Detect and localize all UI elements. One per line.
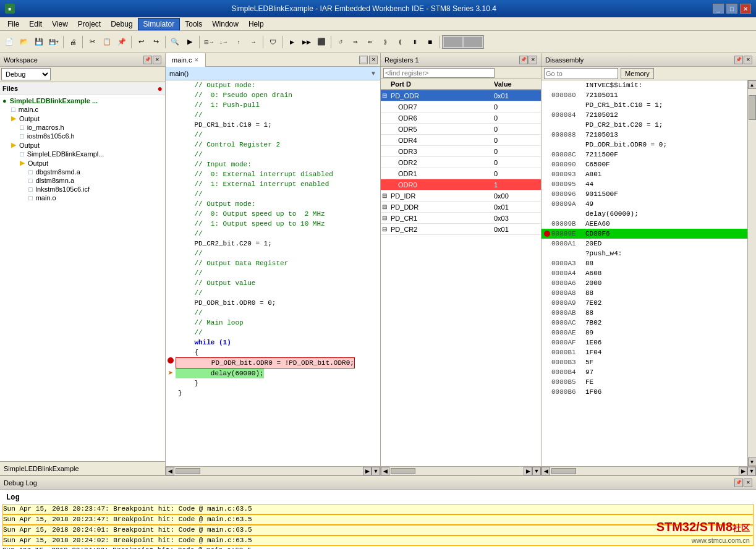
open-button[interactable]: 📂 — [17, 35, 31, 49]
undo-button[interactable]: ↩ — [134, 35, 148, 49]
disasm-scroll-thumb-h[interactable] — [551, 468, 576, 474]
code-content[interactable]: // Output mode: // 0: Pseudo open drain … — [166, 80, 380, 466]
run2-button[interactable]: ▶▶ — [300, 35, 313, 49]
reg-scroll-right[interactable]: ▶ — [524, 467, 532, 475]
workspace-close-button[interactable]: ✕ — [153, 56, 161, 64]
debug-btn6[interactable]: ⏸ — [408, 35, 422, 49]
debug-btn3[interactable]: ⇐ — [363, 35, 377, 49]
step-over-button[interactable]: ⊟→ — [202, 35, 216, 49]
disasm-content[interactable]: INTVEC$$Limit:00808072105011 PD_CR1_bit.… — [542, 80, 747, 466]
disasm-bp-15[interactable] — [543, 231, 551, 237]
debug-btn4[interactable]: ⟫ — [378, 35, 392, 49]
reg-close-button[interactable]: ✕ — [529, 56, 537, 64]
stop-button[interactable]: ⬛ — [315, 35, 328, 49]
disasm-pin-button[interactable]: 📌 — [734, 56, 743, 64]
step-next-button[interactable]: → — [247, 35, 260, 49]
disasm-scroll-down[interactable]: ▼ — [748, 457, 757, 466]
disasm-close-button[interactable]: ✕ — [744, 56, 752, 64]
close-button[interactable]: ✕ — [740, 4, 751, 14]
reg-row-10[interactable]: ⊟PD_DDR0x01 — [381, 202, 541, 213]
tree-item-10[interactable]: □lnkstm8s105c6.icf — [1, 185, 164, 194]
code-nav-arrows[interactable]: ▼ — [370, 70, 376, 77]
debug-btn2[interactable]: ⇒ — [349, 35, 362, 49]
tree-item-9[interactable]: □dlstm8smn.a — [1, 176, 164, 185]
tree-item-2[interactable]: ▶Output — [1, 114, 164, 123]
reg-row-9[interactable]: ⊟PD_IDR0x00 — [381, 190, 541, 202]
line-bp-30[interactable] — [166, 357, 176, 364]
tree-item-3[interactable]: □io_macros.h — [1, 123, 164, 132]
disasm-scroll-left[interactable]: ◀ — [542, 467, 550, 475]
menu-edit[interactable]: Edit — [24, 19, 47, 30]
menu-debug[interactable]: Debug — [106, 19, 137, 30]
tree-item-8[interactable]: □dbgstm8smd.a — [1, 168, 164, 176]
new-button[interactable]: 📄 — [2, 35, 16, 49]
reg-scroll-thumb[interactable] — [391, 468, 415, 474]
disasm-goto-input[interactable] — [544, 68, 618, 79]
line-bp-31[interactable]: ➤ — [166, 368, 176, 378]
debug-btn7[interactable]: ⏹ — [423, 35, 436, 49]
reg-scroll-down[interactable]: ▼ — [532, 467, 541, 475]
reg-row-8[interactable]: ODR01 — [381, 179, 541, 190]
tree-item-6[interactable]: □SimpleLEDBlinkExampl... — [1, 150, 164, 158]
reg-scroll-left[interactable]: ◀ — [381, 467, 389, 475]
tree-item-1[interactable]: □main.c — [1, 105, 164, 114]
step-out-button[interactable]: ↑ — [232, 35, 245, 49]
redo-button[interactable]: ↪ — [149, 35, 163, 49]
menu-view[interactable]: View — [47, 19, 73, 30]
menu-file[interactable]: File — [2, 19, 24, 30]
disasm-scroll-thumb[interactable] — [749, 95, 756, 120]
menu-window[interactable]: Window — [207, 19, 244, 30]
reg-scrollbar-h[interactable]: ◀ ▶ ▼ — [381, 466, 541, 475]
reg-row-6[interactable]: ODR20 — [381, 157, 541, 168]
reg-row-5[interactable]: ODR30 — [381, 146, 541, 157]
menu-help[interactable]: Help — [244, 19, 269, 30]
workspace-pin-button[interactable]: 📌 — [143, 56, 152, 64]
reg-row-12[interactable]: ⊟PD_CR20x01 — [381, 224, 541, 235]
debug-log-content[interactable]: Log Sun Apr 15, 2018 20:23:47: Breakpoin… — [0, 490, 756, 549]
menu-tools[interactable]: Tools — [180, 19, 207, 30]
tree-item-11[interactable]: □main.o — [1, 194, 164, 202]
disasm-vscroll[interactable]: ▲ ▼ — [747, 80, 756, 466]
cut-button[interactable]: ✂ — [85, 35, 99, 49]
menu-project[interactable]: Project — [73, 19, 106, 30]
scroll-down-btn[interactable]: ▼ — [372, 467, 380, 475]
disasm-scroll-up[interactable]: ▲ — [748, 80, 757, 89]
reg-row-1[interactable]: ODR70 — [381, 101, 541, 113]
tree-item-5[interactable]: ▶Output — [1, 140, 164, 150]
copy-button[interactable]: 📋 — [100, 35, 114, 49]
scroll-left-btn[interactable]: ◀ — [166, 467, 174, 475]
shield-button[interactable]: 🛡 — [266, 35, 279, 49]
debug-btn1[interactable]: ↺ — [334, 35, 347, 49]
code-scrollbar-h[interactable]: ◀ ▶ ▼ — [166, 466, 380, 475]
reg-find-input[interactable] — [383, 68, 495, 78]
minimize-button[interactable]: _ — [713, 4, 724, 14]
code-panel-close[interactable]: ✕ — [369, 56, 378, 64]
scroll-right-btn[interactable]: ▶ — [363, 467, 372, 475]
reg-row-11[interactable]: ⊟PD_CR10x03 — [381, 213, 541, 224]
reg-row-2[interactable]: ODR60 — [381, 113, 541, 124]
tree-item-7[interactable]: ▶Output — [1, 158, 164, 168]
tab-close-button[interactable]: ✕ — [194, 57, 199, 63]
menu-simulator[interactable]: Simulator — [138, 18, 181, 30]
debug-btn5[interactable]: ⟪ — [393, 35, 407, 49]
reg-pin-button[interactable]: 📌 — [519, 56, 528, 64]
reg-row-4[interactable]: ODR40 — [381, 135, 541, 146]
code-panel-float[interactable]: ⬜ — [359, 56, 368, 64]
log-close-button[interactable]: ✕ — [744, 479, 752, 487]
scroll-thumb-h[interactable] — [176, 468, 200, 474]
disasm-scrollbar-h[interactable]: ◀ ▶ ▼ — [542, 466, 756, 475]
tree-item-4[interactable]: □iostm8s105c6.h — [1, 132, 164, 140]
maximize-button[interactable]: □ — [726, 4, 737, 14]
disasm-memory-button[interactable]: Memory — [621, 68, 654, 79]
disasm-scroll-dn[interactable]: ▼ — [747, 467, 756, 475]
main-c-tab[interactable]: main.c ✕ — [166, 53, 206, 67]
disasm-scroll-right[interactable]: ▶ — [739, 467, 747, 475]
config-dropdown[interactable]: Debug — [1, 68, 51, 80]
search-button[interactable]: 🔍 — [168, 35, 182, 49]
run-button[interactable]: ▶ — [285, 35, 299, 49]
save-all-button[interactable]: 💾+ — [47, 35, 61, 49]
paste-button[interactable]: 📌 — [115, 35, 129, 49]
next-button[interactable]: ▶ — [183, 35, 197, 49]
print-button[interactable]: 🖨 — [66, 35, 80, 49]
reg-row-0[interactable]: ⊟PD_ODR0x01 — [381, 90, 541, 101]
